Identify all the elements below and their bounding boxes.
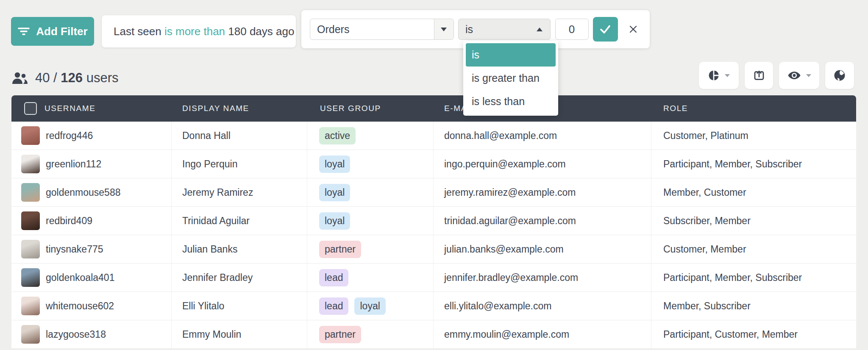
display-name-cell: Emmy Moulin xyxy=(172,320,307,348)
visibility-button[interactable] xyxy=(779,62,819,89)
user-group-tag: loyal xyxy=(319,156,350,173)
user-group-tag: partner xyxy=(319,326,361,343)
cancel-filter-button[interactable] xyxy=(625,21,641,38)
user-group-cell: partner xyxy=(307,320,434,348)
table-row[interactable]: redbird409 Trinidad Aguilar loyal trinid… xyxy=(11,207,856,235)
email-cell: jennifer.bradley@example.com xyxy=(434,264,651,292)
table-header: USERNAME DISPLAY NAME USER GROUP E-MAIL … xyxy=(11,95,856,122)
user-group-cell: lead xyxy=(307,264,434,292)
avatar xyxy=(21,126,40,145)
role-cell: Member, Subscriber xyxy=(651,292,856,320)
display-name-cell: Donna Hall xyxy=(172,122,307,150)
field-select-value: Orders xyxy=(310,19,434,39)
column-header-username[interactable]: USERNAME xyxy=(45,104,95,113)
view-buttons xyxy=(699,62,854,89)
select-all-checkbox[interactable] xyxy=(24,102,37,115)
user-group-cell: active xyxy=(307,122,434,150)
username-cell: lazygoose318 xyxy=(46,329,106,340)
avatar xyxy=(21,155,40,173)
username-cell: whitemouse602 xyxy=(46,300,114,312)
display-name-cell: Trinidad Aguilar xyxy=(172,207,307,235)
username-cell: goldenkoala401 xyxy=(46,272,114,283)
table-row[interactable]: goldenkoala401 Jennifer Bradley lead jen… xyxy=(11,264,856,292)
user-group-cell: partner xyxy=(307,235,434,263)
filter-operator: is more than xyxy=(164,25,225,38)
filter-field-select[interactable]: Orders xyxy=(310,19,454,40)
username-cell: greenlion112 xyxy=(46,158,101,170)
column-header-user-group[interactable]: USER GROUP xyxy=(307,95,434,122)
email-cell: donna.hall@example.com xyxy=(434,122,651,150)
filter-lines-icon xyxy=(17,26,30,37)
active-filter-text: Last seen is more than 180 days ago xyxy=(114,25,294,38)
email-cell: trinidad.aguilar@example.com xyxy=(434,207,651,235)
email-cell: ingo.perquin@example.com xyxy=(434,150,651,178)
table-row[interactable]: whitemouse602 Elli Ylitalo leadloyal ell… xyxy=(11,292,856,320)
email-cell: emmy.moulin@example.com xyxy=(434,320,651,348)
pie-chart-icon xyxy=(708,69,720,81)
web-view-button[interactable] xyxy=(825,62,854,89)
chart-view-button[interactable] xyxy=(699,62,739,89)
table-row[interactable]: lazygoose318 Emmy Moulin partner emmy.mo… xyxy=(11,320,856,349)
email-cell: jeremy.ramirez@example.com xyxy=(434,178,651,206)
eye-icon xyxy=(787,70,801,81)
display-name-cell: Elli Ylitalo xyxy=(172,292,307,320)
globe-icon xyxy=(833,69,846,82)
column-header-display-name[interactable]: DISPLAY NAME xyxy=(172,95,307,122)
operator-option[interactable]: is less than xyxy=(466,90,556,113)
display-name-cell: Jennifer Bradley xyxy=(172,264,307,292)
role-cell: Participant, Member, Subscriber xyxy=(651,150,856,178)
operator-menu: isis greater thanis less than xyxy=(463,41,558,116)
role-cell: Member, Customer xyxy=(651,178,856,206)
display-name-cell: Ingo Perquin xyxy=(172,150,307,178)
table-row[interactable]: greenlion112 Ingo Perquin loyal ingo.per… xyxy=(11,150,856,178)
checkmark-icon xyxy=(599,23,612,36)
user-group-tag: loyal xyxy=(354,297,385,315)
table-row[interactable]: redfrog446 Donna Hall active donna.hall@… xyxy=(11,122,856,150)
user-count-summary: 40 / 126 users xyxy=(11,66,118,90)
filter-field: Last seen xyxy=(114,25,161,38)
user-group-cell: loyal xyxy=(307,207,434,235)
table-row[interactable]: goldenmouse588 Jeremy Ramirez loyal jere… xyxy=(11,178,856,207)
column-header-role[interactable]: ROLE xyxy=(651,95,856,122)
filter-value: 180 days ago xyxy=(228,25,294,38)
add-filter-button[interactable]: Add Filter xyxy=(11,17,94,46)
operator-select-value: is xyxy=(465,23,537,36)
avatar xyxy=(21,297,40,315)
avatar xyxy=(21,183,40,202)
email-cell: julian.banks@example.com xyxy=(434,235,651,263)
user-group-cell: leadloyal xyxy=(307,292,434,320)
username-cell: goldenmouse588 xyxy=(46,187,120,198)
operator-option[interactable]: is xyxy=(466,43,556,67)
role-cell: Participant, Member, Subscriber xyxy=(651,264,856,292)
user-group-tag: lead xyxy=(319,297,348,315)
table-row[interactable]: tinysnake775 Julian Banks partner julian… xyxy=(11,235,856,264)
user-group-tag: lead xyxy=(319,269,348,286)
avatar xyxy=(21,268,40,287)
chevron-up-icon xyxy=(537,28,542,31)
user-group-cell: loyal xyxy=(307,150,434,178)
role-cell: Customer, Platinum xyxy=(651,122,856,150)
filter-value-input[interactable] xyxy=(555,19,589,40)
user-count-text: 40 / 126 users xyxy=(35,70,118,86)
users-table: USERNAME DISPLAY NAME USER GROUP E-MAIL … xyxy=(11,95,856,349)
chevron-down-icon xyxy=(806,74,811,77)
table-body: redfrog446 Donna Hall active donna.hall@… xyxy=(11,122,856,349)
username-cell: tinysnake775 xyxy=(46,244,103,255)
users-icon xyxy=(11,71,28,85)
apply-filter-button[interactable] xyxy=(593,17,618,42)
email-cell: elli.ylitalo@example.com xyxy=(434,292,651,320)
user-group-tag: active xyxy=(319,127,356,144)
username-cell: redfrog446 xyxy=(46,130,93,142)
chevron-down-icon xyxy=(441,28,447,31)
active-filter-chip[interactable]: Last seen is more than 180 days ago xyxy=(102,15,296,47)
field-select-arrow[interactable] xyxy=(434,19,453,39)
role-cell: Subscriber, Member xyxy=(651,207,856,235)
avatar xyxy=(21,211,40,230)
operator-option[interactable]: is greater than xyxy=(466,67,556,90)
export-icon xyxy=(753,69,765,82)
filter-operator-select[interactable]: is xyxy=(458,19,551,40)
role-cell: Participant, Customer, Member xyxy=(651,320,856,348)
user-group-cell: loyal xyxy=(307,178,434,206)
role-cell: Customer, Member xyxy=(651,235,856,263)
export-button[interactable] xyxy=(745,62,773,89)
